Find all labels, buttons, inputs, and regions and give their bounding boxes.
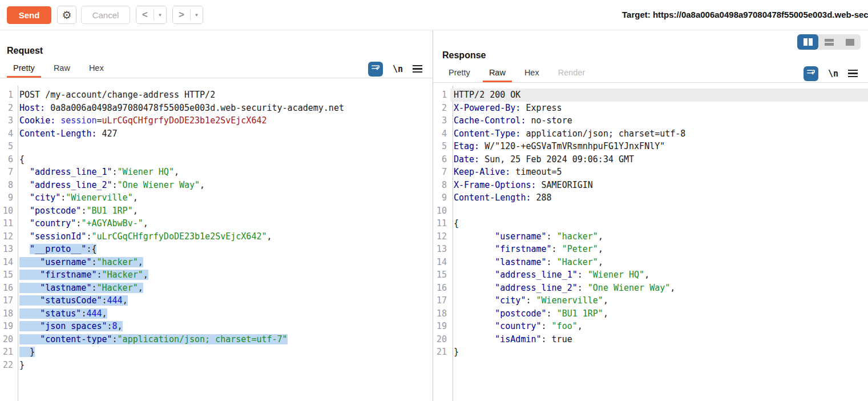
forward-button[interactable]: > <box>173 6 190 23</box>
cancel-button[interactable]: Cancel <box>81 6 130 24</box>
code-line[interactable]: 19 "json spaces":8, <box>0 320 433 333</box>
line-number: 3 <box>0 114 16 127</box>
code-token <box>19 257 40 267</box>
code-line[interactable]: 14 "lastname": "Hacker", <box>433 256 868 269</box>
code-line[interactable]: 16 "lastname":"Hacker", <box>0 282 433 295</box>
word-wrap-toggle-button[interactable] <box>368 62 383 77</box>
single-layout-icon <box>846 39 854 46</box>
code-line[interactable]: 2X-Powered-By: Express <box>433 102 868 115</box>
code-line[interactable]: 21 } <box>0 346 433 359</box>
line-number: 5 <box>0 140 16 153</box>
code-token: } <box>454 347 459 357</box>
code-line-content: "address_line_2":"One Wiener Way", <box>16 179 433 192</box>
code-token: true <box>552 334 572 344</box>
word-wrap-toggle-button[interactable] <box>804 66 818 81</box>
message-editor-split: Request PrettyRawHex \n <box>0 30 868 401</box>
code-line-content: } <box>450 346 868 359</box>
code-line[interactable]: 3Cache-Control: no-store <box>433 114 868 127</box>
line-number: 21 <box>0 346 16 359</box>
code-line[interactable]: 2Host: 0a8a006a0498a97080478f55005e003d.… <box>0 102 433 115</box>
code-line[interactable]: 15 "firstname":"Hacker", <box>0 268 433 282</box>
code-line[interactable]: 17 "statusCode":444, <box>0 294 433 307</box>
line-number: 2 <box>0 102 16 115</box>
code-token <box>454 308 495 319</box>
code-line[interactable]: 8X-Frame-Options: SAMEORIGIN <box>433 179 868 192</box>
code-line[interactable]: 5 <box>0 140 433 153</box>
line-number: 14 <box>0 256 16 269</box>
code-token: Date: <box>454 154 479 165</box>
code-token: 288 <box>531 193 551 203</box>
back-dropdown-button[interactable]: ▼ <box>154 6 166 23</box>
code-line-content: "firstname":"Hacker", <box>16 268 433 282</box>
code-token <box>19 180 30 190</box>
code-line[interactable]: 18 "status":444, <box>0 307 433 320</box>
code-line[interactable]: 8 "address_line_2":"One Wiener Way", <box>0 179 433 192</box>
menu-icon[interactable] <box>848 70 858 77</box>
code-token: "content-type" <box>40 334 112 344</box>
response-editor[interactable]: 1HTTP/2 200 OK2X-Powered-By: Express3Cac… <box>433 86 868 401</box>
request-editor[interactable]: 1POST /my-account/change-address HTTP/22… <box>0 86 433 401</box>
code-line[interactable]: 10 <box>433 204 868 218</box>
code-token: : <box>578 283 588 293</box>
line-number: 15 <box>0 268 16 282</box>
code-line[interactable]: 4Content-Type: application/json; charset… <box>433 127 868 141</box>
code-token: , <box>603 308 608 319</box>
settings-button[interactable]: ⚙ <box>57 6 76 24</box>
tab-pretty[interactable]: Pretty <box>7 60 41 78</box>
code-line[interactable]: 11 "country":"+AGYAbwBv-", <box>0 217 433 230</box>
code-line[interactable]: 21} <box>433 346 868 359</box>
code-line[interactable]: 11{ <box>433 217 868 230</box>
code-line[interactable]: 13 "__proto__":{ <box>0 243 433 256</box>
menu-icon[interactable] <box>413 65 422 73</box>
code-line[interactable]: 9Content-Length: 288 <box>433 191 868 204</box>
code-line[interactable]: 6Date: Sun, 25 Feb 2024 09:06:34 GMT <box>433 153 868 166</box>
layout-columns-button[interactable] <box>797 34 818 50</box>
code-line[interactable]: 14 "username":"hacker", <box>0 256 433 269</box>
code-line[interactable]: 12 "username": "hacker", <box>433 230 868 243</box>
code-token: Keep-Alive: <box>454 167 510 177</box>
code-line[interactable]: 7 "address_line_1":"Wiener HQ", <box>0 166 433 179</box>
code-token: : <box>107 321 112 331</box>
back-button[interactable]: < <box>136 6 154 23</box>
code-line[interactable]: 17 "city": "Wienerville", <box>433 294 868 307</box>
code-line-content <box>16 140 433 153</box>
code-line[interactable]: 18 "postcode": "BU1 1RP", <box>433 307 868 320</box>
code-line-content: HTTP/2 200 OK <box>450 89 868 102</box>
code-line[interactable]: 20 "isAdmin": true <box>433 333 868 346</box>
tab-pretty[interactable]: Pretty <box>442 65 477 82</box>
code-line[interactable]: 13 "firstname": "Peter", <box>433 243 868 256</box>
code-line[interactable]: 1POST /my-account/change-address HTTP/2 <box>0 89 433 102</box>
code-token: "Wienerville" <box>536 295 603 306</box>
tab-raw[interactable]: Raw <box>483 65 512 82</box>
send-button[interactable]: Send <box>7 6 51 24</box>
code-line[interactable]: 5Etag: W/"120-+eGSVaTmVRsmnhpuFG1YJnxFNl… <box>433 140 868 153</box>
code-line[interactable]: 4Content-Length: 427 <box>0 127 433 141</box>
code-line[interactable]: 6{ <box>0 153 433 166</box>
code-line[interactable]: 20 "content-type":"application/json; cha… <box>0 333 433 346</box>
code-line[interactable]: 3Cookie: session=uLrCGqCHfgrfyDoDE23b1e2… <box>0 114 433 127</box>
code-line[interactable]: 12 "sessionId":"uLrCGqCHfgrfyDoDE23b1e2S… <box>0 230 433 243</box>
request-panel: Request PrettyRawHex \n <box>0 30 433 401</box>
word-wrap-icon <box>806 67 816 80</box>
code-line[interactable]: 1HTTP/2 200 OK <box>433 89 868 102</box>
show-nonprintable-button[interactable]: \n <box>393 64 403 74</box>
code-line[interactable]: 22} <box>0 359 433 372</box>
forward-dropdown-button[interactable]: ▼ <box>191 6 203 23</box>
code-line[interactable]: 19 "country": "foo", <box>433 320 868 333</box>
code-line[interactable]: 7Keep-Alive: timeout=5 <box>433 166 868 179</box>
code-token: "foo" <box>552 321 578 331</box>
code-token: , <box>267 231 272 242</box>
line-number: 13 <box>433 243 450 256</box>
request-tabbar: PrettyRawHex \n <box>0 60 433 78</box>
code-line[interactable]: 15 "address_line_1": "Wiener HQ", <box>433 268 868 282</box>
layout-rows-button[interactable] <box>818 34 839 50</box>
code-line[interactable]: 16 "address_line_2": "One Wiener Way", <box>433 282 868 295</box>
show-nonprintable-button[interactable]: \n <box>828 69 838 79</box>
code-token: "hacker" <box>96 257 138 267</box>
layout-single-button[interactable] <box>839 34 861 50</box>
code-line[interactable]: 9 "city":"Wienerville", <box>0 191 433 204</box>
code-line[interactable]: 10 "postcode":"BU1 1RP", <box>0 204 433 218</box>
tab-hex[interactable]: Hex <box>83 60 110 78</box>
tab-raw[interactable]: Raw <box>47 60 76 78</box>
tab-hex[interactable]: Hex <box>518 65 546 82</box>
